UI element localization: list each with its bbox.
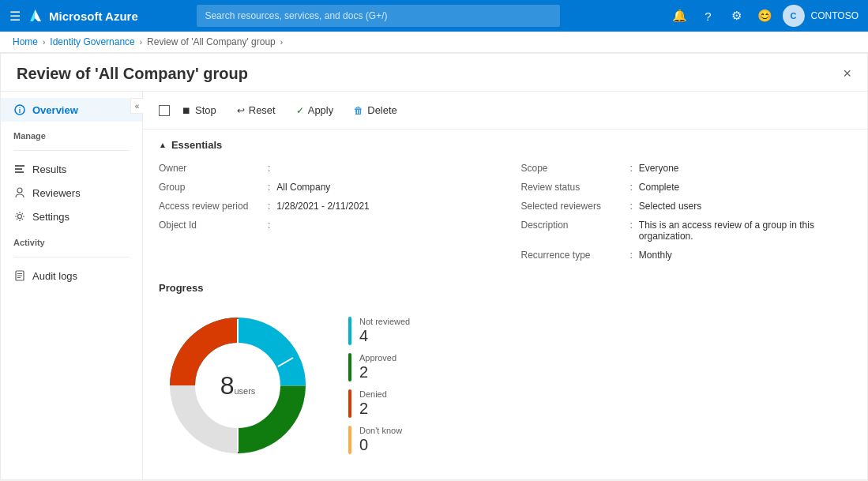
essentials-row-recurrence: Recurrence type : Monthly: [521, 247, 852, 263]
sidebar-item-overview[interactable]: i Overview: [1, 98, 142, 122]
group-value: All Company: [276, 182, 330, 193]
description-value: This is an access review of a group in t…: [639, 220, 851, 242]
svg-point-7: [17, 188, 22, 193]
svg-rect-4: [15, 165, 24, 167]
essentials-row-period: Access review period : 1/28/2021 - 2/11/…: [159, 198, 490, 214]
legend-label-approved: Approved: [359, 353, 396, 363]
page-wrapper: Review of 'All Company' group × « i Over…: [0, 53, 868, 480]
sidebar-item-results[interactable]: Results: [1, 157, 142, 181]
stop-icon: ⏹: [182, 105, 191, 116]
legend-bar-not-reviewed: [348, 317, 351, 345]
reset-icon: ↩: [237, 105, 245, 116]
legend-label-not-reviewed: Not reviewed: [359, 317, 410, 326]
svg-point-8: [18, 215, 22, 219]
user-avatar[interactable]: C: [783, 5, 805, 27]
page-title: Review of 'All Company' group: [17, 65, 248, 83]
chart-legend: Not reviewed 4 Approved 2: [348, 317, 410, 454]
essentials-grid: Owner : Group : All Company Access revie…: [159, 160, 851, 263]
activity-section-label: Activity: [1, 228, 142, 250]
results-label: Results: [32, 163, 66, 175]
stop-button[interactable]: ⏹ Stop: [173, 100, 225, 121]
results-icon: [13, 163, 26, 175]
essentials-row-objectid: Object Id :: [159, 217, 490, 233]
global-search-input[interactable]: [197, 5, 560, 27]
legend-count-denied: 2: [359, 399, 387, 418]
close-button[interactable]: ×: [843, 66, 851, 82]
essentials-section: ▲ Essentials Owner : Group : All Comp: [143, 130, 867, 272]
essentials-left: Owner : Group : All Company Access revie…: [159, 160, 490, 263]
settings-label: Settings: [32, 211, 70, 223]
recurrence-label: Recurrence type: [521, 250, 624, 261]
azure-logo-icon: [30, 9, 44, 23]
progress-title: Progress: [159, 282, 851, 294]
delete-icon: 🗑: [354, 105, 363, 116]
selected-reviewers-label: Selected reviewers: [521, 201, 624, 212]
reset-button[interactable]: ↩ Reset: [228, 100, 284, 121]
scope-label: Scope: [521, 163, 624, 174]
sidebar: « i Overview Manage Results Reviewers: [1, 92, 143, 479]
content-area: « i Overview Manage Results Reviewers: [1, 92, 867, 479]
sidebar-item-settings[interactable]: Settings: [1, 205, 142, 228]
hamburger-icon[interactable]: ☰: [9, 9, 21, 24]
page-header: Review of 'All Company' group ×: [1, 54, 867, 92]
sidebar-toggle[interactable]: «: [130, 98, 143, 114]
recurrence-value: Monthly: [639, 250, 672, 261]
essentials-header[interactable]: ▲ Essentials: [159, 139, 851, 151]
audit-logs-icon: [13, 269, 26, 282]
breadcrumb-sep-3: ›: [280, 38, 283, 47]
breadcrumb-sep-2: ›: [140, 38, 142, 47]
review-status-value: Complete: [639, 182, 679, 193]
progress-section: Progress: [143, 272, 867, 479]
svg-rect-6: [15, 171, 24, 173]
review-status-label: Review status: [521, 182, 624, 193]
legend-approved: Approved 2: [348, 353, 410, 381]
audit-logs-label: Audit logs: [32, 270, 77, 282]
legend-bar-approved: [348, 353, 351, 381]
legend-label-denied: Denied: [359, 389, 387, 399]
settings-icon[interactable]: ⚙: [726, 5, 748, 27]
apply-button[interactable]: ✓ Apply: [287, 100, 343, 121]
sidebar-item-reviewers[interactable]: Reviewers: [1, 181, 142, 205]
period-value: 1/28/2021 - 2/11/2021: [276, 201, 369, 212]
select-all-checkbox[interactable]: [159, 105, 170, 116]
app-name: Microsoft Azure: [49, 9, 138, 23]
period-label: Access review period: [159, 201, 261, 212]
svg-text:i: i: [19, 107, 21, 115]
svg-rect-11: [17, 276, 22, 276]
group-label: Group: [159, 182, 261, 193]
help-icon[interactable]: ?: [697, 5, 720, 27]
essentials-row-review-status: Review status : Complete: [521, 179, 852, 195]
legend-count-not-reviewed: 4: [359, 326, 410, 345]
legend-label-dont-know: Don't know: [359, 426, 402, 435]
essentials-title: Essentials: [171, 139, 222, 151]
top-navigation: ☰ Microsoft Azure 🔔 ? ⚙ 😊 C CONTOSO: [0, 0, 868, 32]
owner-label: Owner: [159, 163, 261, 174]
essentials-row-group: Group : All Company: [159, 179, 490, 195]
toolbar: ⏹ Stop ↩ Reset ✓ Apply 🗑 Delete: [143, 92, 867, 130]
apply-icon: ✓: [296, 105, 304, 116]
delete-button[interactable]: 🗑 Delete: [345, 100, 406, 121]
sidebar-item-audit-logs[interactable]: Audit logs: [1, 264, 142, 287]
essentials-chevron-icon: ▲: [159, 141, 167, 149]
legend-bar-denied: [348, 389, 351, 418]
legend-not-reviewed: Not reviewed 4: [348, 317, 410, 345]
svg-rect-10: [17, 273, 22, 274]
feedback-icon[interactable]: 😊: [754, 5, 776, 27]
reviewers-label: Reviewers: [32, 187, 81, 199]
overview-label: Overview: [32, 104, 78, 116]
overview-icon: i: [13, 103, 26, 116]
donut-svg: [159, 306, 317, 464]
breadcrumb-identity-governance[interactable]: Identity Governance: [50, 36, 134, 47]
notifications-icon[interactable]: 🔔: [669, 5, 691, 27]
main-content: ⏹ Stop ↩ Reset ✓ Apply 🗑 Delete: [143, 92, 867, 479]
essentials-row-selected-reviewers: Selected reviewers : Selected users: [521, 198, 852, 214]
progress-chart-area: 8users Not reviewed 4: [159, 306, 851, 464]
svg-marker-1: [35, 9, 41, 21]
legend-denied: Denied 2: [348, 389, 410, 418]
breadcrumb-home[interactable]: Home: [13, 36, 38, 47]
scope-value: Everyone: [639, 163, 679, 174]
legend-count-dont-know: 0: [359, 435, 402, 454]
breadcrumb-sep-1: ›: [43, 38, 45, 47]
username-label[interactable]: CONTOSO: [811, 10, 859, 21]
objectid-label: Object Id: [159, 220, 261, 231]
